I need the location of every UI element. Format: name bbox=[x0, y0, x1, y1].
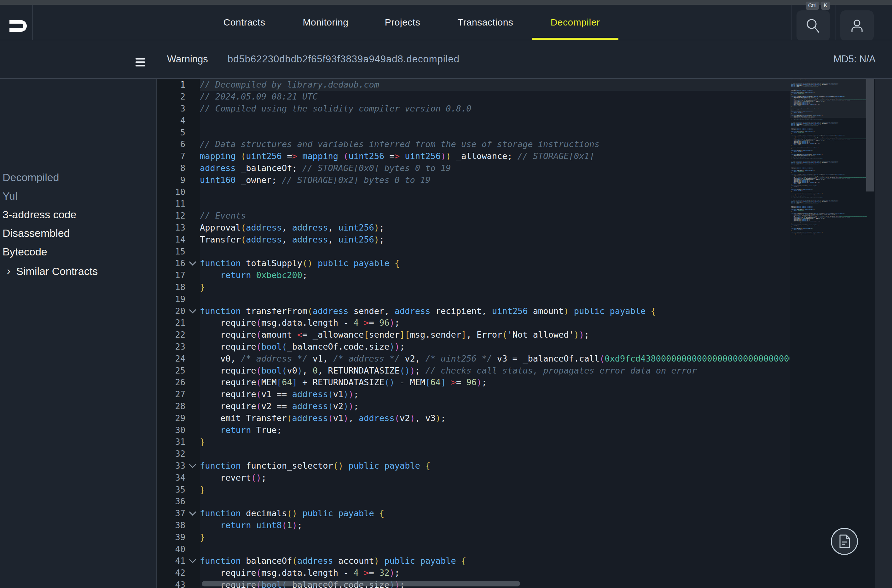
code-line: 33function function_selector() public pa… bbox=[156, 460, 790, 472]
code-text bbox=[200, 293, 790, 305]
code-text bbox=[200, 245, 790, 257]
kbd-ctrl: Ctrl bbox=[806, 2, 819, 10]
minimap-viewport[interactable] bbox=[790, 79, 866, 118]
code-line: 11 bbox=[156, 198, 790, 210]
code-line: 18} bbox=[156, 281, 790, 293]
code-text bbox=[200, 114, 790, 126]
code-text bbox=[200, 198, 790, 210]
nav-divider-search bbox=[791, 5, 791, 40]
code-line: 7mapping (uint256 => mapping (uint256 =>… bbox=[156, 150, 790, 162]
sidebar-item-yul[interactable]: Yul bbox=[3, 188, 17, 204]
decompiler-app: ContractsMonitoringProjectsTransactionsD… bbox=[0, 0, 892, 588]
line-number: 24 bbox=[156, 354, 185, 363]
sidebar-item-3-address-code[interactable]: 3-address code bbox=[3, 207, 76, 222]
code-text: mapping (uint256 => mapping (uint256 => … bbox=[200, 150, 790, 162]
code-editor[interactable]: 1// Decompiled by library.dedaub.com2// … bbox=[156, 79, 790, 588]
md5-value: MD5: N/A bbox=[833, 40, 875, 78]
horizontal-scrollbar[interactable] bbox=[202, 581, 520, 586]
code-line: 8address _balanceOf; // STORAGE[0x0] byt… bbox=[156, 162, 790, 174]
user-button[interactable] bbox=[840, 10, 874, 41]
line-number: 31 bbox=[156, 437, 185, 447]
line-number: 30 bbox=[156, 425, 185, 435]
code-line: 42 require(msg.data.length - 4 >= 32); bbox=[156, 567, 790, 579]
code-text: v0, /* address */ v1, /* address */ v2, … bbox=[200, 352, 790, 364]
code-text: require(v1 == address(v1)); bbox=[200, 388, 790, 400]
line-number: 35 bbox=[156, 485, 185, 495]
sidebar-item-label: Disassembled bbox=[3, 227, 70, 239]
warnings-toggle[interactable]: Warnings bbox=[167, 40, 208, 78]
code-line: 29 emit Transfer(address(v1), address(v2… bbox=[156, 412, 790, 424]
menu-icon[interactable] bbox=[135, 58, 145, 68]
code-text: // Compiled using the solidity compiler … bbox=[200, 103, 790, 115]
sidebar: DecompiledYul3-address codeDisassembledB… bbox=[0, 79, 156, 588]
code-line: 2// 2024.05.09 08:21 UTC bbox=[156, 91, 790, 103]
code-line: 17 return 0xbebc200; bbox=[156, 269, 790, 281]
tab-projects[interactable]: Projects bbox=[385, 5, 420, 40]
line-number: 33 bbox=[156, 461, 185, 471]
code-line: 5 bbox=[156, 126, 790, 138]
line-number: 40 bbox=[156, 544, 185, 554]
code-line: 27 require(v1 == address(v1)); bbox=[156, 388, 790, 400]
line-number: 19 bbox=[156, 294, 185, 304]
line-number: 37 bbox=[156, 508, 185, 518]
code-line: 35} bbox=[156, 483, 790, 495]
line-number: 13 bbox=[156, 223, 185, 232]
source-file-button[interactable] bbox=[831, 528, 858, 555]
vertical-scrollbar[interactable] bbox=[866, 79, 874, 192]
right-side-panel bbox=[875, 79, 892, 588]
code-line: 40 bbox=[156, 543, 790, 555]
sidebar-item-similar-contracts[interactable]: ›Similar Contracts bbox=[3, 263, 98, 279]
line-number: 4 bbox=[156, 116, 185, 125]
sidebar-item-decompiled[interactable]: Decompiled bbox=[3, 170, 59, 185]
code-text: revert(); bbox=[200, 471, 790, 483]
sidebar-item-label: Yul bbox=[3, 190, 17, 202]
code-line: 20function transferFrom(address sender, … bbox=[156, 305, 790, 317]
line-number: 2 bbox=[156, 92, 185, 101]
code-line: 12// Events bbox=[156, 210, 790, 222]
tab-transactions[interactable]: Transactions bbox=[458, 5, 513, 40]
fold-chevron-icon[interactable] bbox=[185, 560, 200, 562]
tab-decompiler[interactable]: Decompiler bbox=[551, 5, 600, 40]
line-number: 8 bbox=[156, 163, 185, 173]
code-text: return uint8(1); bbox=[200, 519, 790, 531]
fold-chevron-icon[interactable] bbox=[185, 310, 200, 312]
line-number: 9 bbox=[156, 175, 185, 185]
sidebar-item-disassembled[interactable]: Disassembled bbox=[3, 225, 70, 241]
code-text: Transfer(address, address, uint256); bbox=[200, 233, 790, 245]
code-text: } bbox=[200, 531, 790, 543]
code-text bbox=[200, 126, 790, 138]
window-top-strip bbox=[0, 0, 892, 5]
search-button[interactable] bbox=[797, 10, 830, 41]
code-text: // 2024.05.09 08:21 UTC bbox=[200, 91, 790, 103]
code-line: 21 require(msg.data.length - 4 >= 96); bbox=[156, 317, 790, 329]
code-text: function balanceOf(address account) publ… bbox=[200, 555, 790, 567]
tab-contracts[interactable]: Contracts bbox=[224, 5, 265, 40]
code-text: emit Transfer(address(v1), address(v2), … bbox=[200, 412, 790, 424]
code-line: 9uint160 _owner; // STORAGE[0x2] bytes 0… bbox=[156, 174, 790, 186]
code-text: address _balanceOf; // STORAGE[0x0] byte… bbox=[200, 162, 790, 174]
fold-chevron-icon[interactable] bbox=[185, 464, 200, 467]
sidebar-item-bytecode[interactable]: Bytecode bbox=[3, 244, 47, 260]
line-number: 12 bbox=[156, 211, 185, 220]
code-text: uint160 _owner; // STORAGE[0x2] bytes 0 … bbox=[200, 174, 790, 186]
line-number: 18 bbox=[156, 282, 185, 292]
kbd-k: K bbox=[821, 2, 830, 10]
code-line: 14Transfer(address, address, uint256); bbox=[156, 233, 790, 245]
dedaub-logo[interactable] bbox=[9, 20, 27, 32]
header-divider bbox=[156, 40, 157, 78]
code-text: require(msg.data.length - 4 >= 96); bbox=[200, 317, 790, 329]
code-text: require(msg.data.length - 4 >= 32); bbox=[200, 567, 790, 579]
fold-chevron-icon[interactable] bbox=[185, 262, 200, 264]
code-line: 36 bbox=[156, 495, 790, 507]
line-number: 39 bbox=[156, 532, 185, 542]
line-number: 11 bbox=[156, 199, 185, 208]
line-number: 25 bbox=[156, 366, 185, 375]
code-line: 32 bbox=[156, 448, 790, 460]
tab-monitoring[interactable]: Monitoring bbox=[302, 5, 348, 40]
document-icon bbox=[838, 534, 851, 549]
line-number: 15 bbox=[156, 247, 185, 256]
line-number: 27 bbox=[156, 389, 185, 399]
code-text bbox=[200, 186, 790, 198]
search-shortcut: Ctrl K bbox=[806, 2, 830, 10]
fold-chevron-icon[interactable] bbox=[185, 512, 200, 514]
